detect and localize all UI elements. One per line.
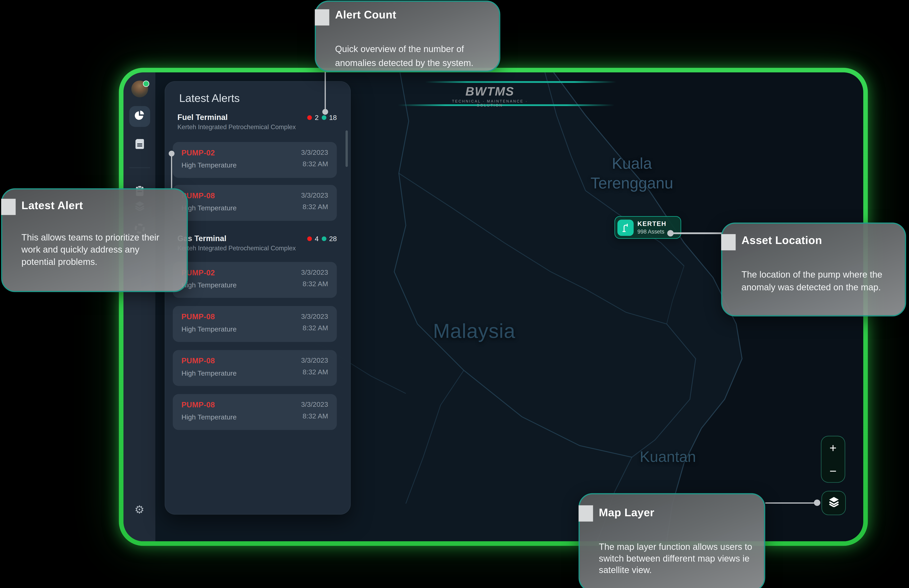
connector-alert-count-dot [322, 109, 328, 115]
marker-assets-count: 998 Assets [637, 228, 666, 235]
latest-alerts-panel: Latest Alerts Fuel Terminal 2 18 Kerteh … [165, 81, 351, 515]
connector-latest-alert-line [171, 156, 172, 188]
zoom-in-button[interactable]: + [822, 436, 844, 459]
logo-text: BWTMS [443, 85, 536, 97]
alert-asset: PUMP-08 [181, 191, 237, 200]
tooltip-title: Asset Location [741, 234, 822, 247]
alert-card[interactable]: PUMP-02 High Temperature 3/3/2023 8:32 A… [173, 262, 337, 298]
alert-asset: PUMP-08 [181, 356, 237, 365]
critical-count: 4 [315, 234, 319, 242]
screenshot-stage: Kuala Terengganu Malaysia Kuantan BWTMS … [0, 0, 909, 588]
alert-asset: PUMP-08 [181, 312, 237, 321]
group-location: Kerteh Integrated Petrochemical Complex [178, 245, 296, 252]
critical-dot-icon [307, 115, 312, 120]
alert-issue: High Temperature [181, 161, 237, 170]
critical-dot-icon [307, 236, 312, 241]
alert-issue: High Temperature [181, 281, 237, 289]
avatar[interactable] [131, 81, 148, 97]
connector-map-layer-dot [814, 499, 820, 506]
tooltip-body: Quick overview of the number of anomalie… [335, 42, 498, 70]
alert-asset: PUMP-02 [181, 268, 237, 277]
group-location: Kerteh Integrated Petrochemical Complex [178, 123, 296, 131]
alert-card[interactable]: PUMP-08 High Temperature 3/3/2023 8:32 A… [173, 350, 337, 386]
tooltip-title: Alert Count [335, 9, 396, 21]
panel-title: Latest Alerts [179, 92, 240, 105]
group-counts: 4 28 [307, 234, 337, 242]
alert-issue: High Temperature [181, 204, 237, 212]
group-header-fuel-terminal: Fuel Terminal 2 18 [178, 113, 337, 121]
pie-chart-icon [134, 110, 145, 123]
normal-count: 18 [329, 113, 337, 121]
sidebar: ⚙ [123, 73, 155, 541]
map-label-kuantan: Kuantan [624, 447, 711, 466]
alert-time: 8:32 AM [301, 368, 328, 376]
layers-icon [828, 497, 839, 509]
alert-issue: High Temperature [181, 325, 237, 333]
document-icon [134, 142, 144, 151]
sidebar-item-settings[interactable]: ⚙ [134, 504, 144, 516]
sidebar-item-reports[interactable] [134, 139, 144, 152]
app-logo: BWTMS TECHNICAL · MAINTENANCE · SOLUTION [443, 85, 536, 107]
tooltip-bullet [721, 234, 736, 250]
alert-card[interactable]: PUMP-08 High Temperature 3/3/2023 8:32 A… [173, 394, 337, 430]
connector-asset-location-line [673, 232, 722, 234]
tooltip-bullet [579, 506, 593, 522]
tooltip-body: The location of the pump where the anoma… [741, 268, 904, 293]
alert-date: 3/3/2023 [301, 356, 328, 365]
tooltip-title: Map Layer [599, 506, 655, 519]
alert-date: 3/3/2023 [301, 312, 328, 320]
alert-issue: High Temperature [181, 369, 237, 377]
map-label-malaysia: Malaysia [416, 318, 532, 344]
normal-dot-icon [322, 115, 326, 120]
connector-latest-alert-dot [169, 151, 175, 157]
tooltip-body: This allows teams to prioritize their wo… [21, 231, 183, 268]
critical-count: 2 [315, 113, 319, 121]
tooltip-bullet [315, 9, 329, 26]
map-label-kuala-terengganu: Kuala Terengganu [574, 154, 690, 193]
group-counts: 2 18 [307, 113, 337, 121]
alert-asset: PUMP-02 [181, 149, 237, 157]
alert-card[interactable]: PUMP-02 High Temperature 3/3/2023 8:32 A… [173, 142, 337, 178]
alert-time: 8:32 AM [301, 412, 328, 420]
alert-time: 8:32 AM [301, 203, 328, 211]
tooltip-alert-count: Alert Count Quick overview of the number… [315, 1, 500, 72]
alert-time: 8:32 AM [301, 280, 328, 288]
zoom-out-button[interactable]: − [822, 459, 844, 482]
tooltip-title: Latest Alert [21, 199, 83, 212]
gear-icon: ⚙ [134, 503, 144, 515]
panel-scrollbar[interactable] [345, 131, 348, 167]
pump-icon [617, 220, 633, 236]
logo-tagline: TECHNICAL · MAINTENANCE · SOLUTION [443, 99, 536, 107]
tooltip-map-layer: Map Layer The map layer function allows … [579, 493, 765, 588]
alert-date: 3/3/2023 [301, 268, 328, 276]
tooltip-latest-alert: Latest Alert This allows teams to priori… [1, 188, 188, 292]
connector-asset-location-dot [667, 230, 674, 236]
alert-time: 8:32 AM [301, 324, 328, 332]
alert-card[interactable]: PUMP-08 High Temperature 3/3/2023 8:32 A… [173, 185, 337, 221]
alert-date: 3/3/2023 [301, 149, 328, 157]
logo-accent-line-top [425, 81, 616, 82]
marker-name: KERTEH [637, 220, 666, 227]
sidebar-divider [129, 168, 150, 168]
alert-issue: High Temperature [181, 413, 237, 421]
tooltip-body: The map layer function allows users to s… [599, 541, 765, 576]
tooltip-bullet [1, 199, 16, 215]
alert-card[interactable]: PUMP-08 High Temperature 3/3/2023 8:32 A… [173, 306, 337, 342]
sidebar-item-dashboard[interactable] [129, 106, 150, 127]
alert-date: 3/3/2023 [301, 191, 328, 199]
tooltip-asset-location: Asset Location The location of the pump … [721, 223, 906, 317]
group-name: Fuel Terminal [178, 113, 228, 121]
group-header-gas-terminal: Gas Terminal 4 28 [178, 234, 337, 243]
connector-map-layer-line [765, 502, 815, 504]
alert-time: 8:32 AM [301, 160, 328, 168]
zoom-control: + − [821, 436, 845, 483]
alert-asset: PUMP-08 [181, 401, 237, 409]
online-status-dot [142, 81, 149, 87]
normal-dot-icon [322, 236, 326, 241]
connector-alert-count-line [324, 72, 326, 110]
map-layer-button[interactable] [822, 491, 846, 515]
alert-date: 3/3/2023 [301, 401, 328, 409]
normal-count: 28 [329, 234, 337, 242]
